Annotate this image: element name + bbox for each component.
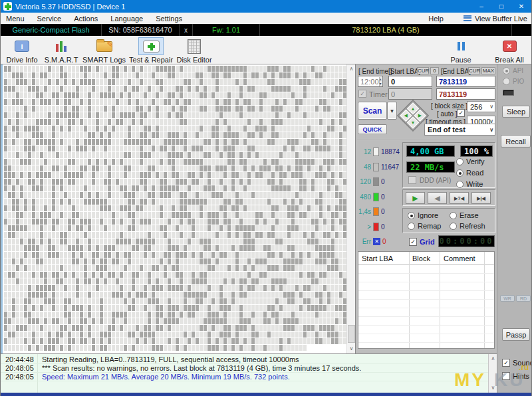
mode-write-radio[interactable]: Write xyxy=(456,180,485,188)
block-cell xyxy=(44,179,47,185)
disk-editor-button[interactable]: Disk Editor xyxy=(176,37,212,64)
block-cell xyxy=(215,278,219,284)
block-cell xyxy=(144,185,147,191)
minimize-button[interactable]: – xyxy=(471,0,491,13)
action-remap-radio[interactable]: Remap xyxy=(408,222,450,230)
mode-read-radio[interactable]: Read xyxy=(456,169,485,177)
block-map-panel[interactable] xyxy=(1,64,355,353)
auto-checkbox[interactable] xyxy=(457,109,465,117)
spinner-arrows-icon[interactable] xyxy=(379,77,382,86)
menu-help[interactable]: Help xyxy=(428,15,444,23)
block-cell xyxy=(40,292,43,298)
step-back-button[interactable]: ◀ xyxy=(428,192,447,204)
grid-checkbox[interactable] xyxy=(409,238,417,246)
pio-radio[interactable]: PIO xyxy=(503,78,524,85)
scroll-up-icon[interactable] xyxy=(489,354,497,363)
block-cell xyxy=(188,92,191,98)
log-scrollbar[interactable] xyxy=(488,354,497,393)
scan-button[interactable]: Scan xyxy=(358,102,387,120)
block-cell xyxy=(315,318,319,324)
end-of-test-select[interactable]: End of test xyxy=(424,124,495,136)
seek-error-button[interactable]: ▶?◀ xyxy=(450,192,469,204)
log-panel[interactable]: 20:44:48Starting Reading, LBA=0..7813119… xyxy=(1,353,497,393)
block-cell xyxy=(152,86,155,92)
block-cell xyxy=(156,126,159,132)
block-cell xyxy=(132,245,135,251)
action-ignore-radio[interactable]: Ignore xyxy=(408,211,450,219)
recall-button[interactable]: Recall xyxy=(501,135,531,148)
smart-button[interactable]: S.M.A.R.T xyxy=(43,37,79,64)
block-cell xyxy=(267,325,271,331)
maximize-button[interactable]: □ xyxy=(491,0,511,13)
sound-checkbox-row[interactable]: Sound xyxy=(502,359,532,367)
timer-checkbox[interactable] xyxy=(358,90,366,98)
start-lba-cur-button[interactable]: CUR xyxy=(417,67,429,74)
menu-menu[interactable]: Menu xyxy=(6,15,25,23)
table-grid-line xyxy=(358,299,494,300)
menu-actions[interactable]: Actions xyxy=(74,15,98,23)
sound-checkbox[interactable] xyxy=(502,359,510,367)
mode-verify-radio[interactable]: Verify xyxy=(456,157,485,165)
device-model[interactable]: Generic-Compact Flash xyxy=(1,24,102,36)
block-cell xyxy=(315,305,319,311)
block-cell xyxy=(164,312,167,318)
action-refresh-radio[interactable]: Refresh xyxy=(450,222,491,230)
block-cell xyxy=(335,285,338,291)
break-all-button[interactable]: Break All xyxy=(491,37,527,64)
block-cell xyxy=(211,192,215,198)
smart-logs-button[interactable]: SMART Logs xyxy=(82,37,126,64)
left-triangle-icon: ◀ xyxy=(404,113,408,118)
block-cell xyxy=(219,325,223,331)
end-time-spinner[interactable]: 12:00 xyxy=(358,76,383,87)
close-button[interactable]: ✕ xyxy=(511,0,531,13)
wr-button[interactable]: WR xyxy=(500,295,515,302)
seek-end-button[interactable]: ▶|◀ xyxy=(471,192,491,204)
quick-button[interactable]: QUICK xyxy=(358,124,387,134)
drive-info-button[interactable]: Drive Info xyxy=(4,37,40,64)
ddd-api-checkbox[interactable] xyxy=(408,176,416,184)
device-close-button[interactable]: x xyxy=(180,24,193,36)
block-cell xyxy=(88,332,91,338)
scan-dropdown-button[interactable] xyxy=(387,102,397,120)
defects-table[interactable]: Start LBA Block Comment xyxy=(358,251,495,349)
view-buffer-live-button[interactable]: View Buffer Live xyxy=(464,15,527,23)
menu-settings[interactable]: Settings xyxy=(156,15,182,23)
block-cell xyxy=(259,106,263,112)
legend-count: 0 xyxy=(381,208,385,215)
end-lba-max-button[interactable]: MAX xyxy=(481,67,495,74)
block-cell xyxy=(108,258,111,264)
menu-service[interactable]: Service xyxy=(37,15,62,23)
block-size-select[interactable]: 256 xyxy=(467,101,495,112)
pause-button[interactable]: Pause xyxy=(443,37,479,64)
play-button[interactable]: ▶ xyxy=(406,192,425,204)
api-radio[interactable]: API xyxy=(503,67,523,74)
rd-button[interactable]: RD xyxy=(516,295,531,302)
block-cell xyxy=(108,305,111,311)
block-cell xyxy=(172,285,175,291)
block-cell xyxy=(164,119,167,125)
block-cell xyxy=(60,86,63,92)
scroll-down-icon[interactable] xyxy=(489,383,497,393)
block-cell xyxy=(295,165,299,171)
scrollbar-thumb[interactable] xyxy=(348,325,355,343)
sleep-button[interactable]: Sleep xyxy=(502,106,530,118)
block-cell xyxy=(104,318,107,324)
block-cell xyxy=(283,185,287,191)
action-erase-radio[interactable]: Erase xyxy=(450,211,491,219)
block-map-scrollbar[interactable] xyxy=(346,64,355,353)
block-cell xyxy=(16,139,19,145)
test-repair-button[interactable]: Test & Repair xyxy=(129,37,173,64)
hints-checkbox[interactable] xyxy=(502,372,510,380)
hints-checkbox-row[interactable]: Hints xyxy=(502,372,529,380)
block-cell xyxy=(16,272,19,278)
block-cell xyxy=(299,99,303,105)
end-lba-cur-button[interactable]: CUR xyxy=(468,67,480,74)
end-lba-input[interactable]: 7813119 xyxy=(436,76,495,87)
start-lba-zero-button[interactable]: 0 xyxy=(430,67,439,74)
start-lba-input[interactable]: 0 xyxy=(388,76,432,87)
block-cell xyxy=(215,285,219,291)
menu-language[interactable]: Language xyxy=(110,15,143,23)
passp-button[interactable]: Passp xyxy=(502,328,530,341)
end-lba-input-2[interactable]: 7813119 xyxy=(436,88,495,100)
block-cell xyxy=(184,126,187,132)
